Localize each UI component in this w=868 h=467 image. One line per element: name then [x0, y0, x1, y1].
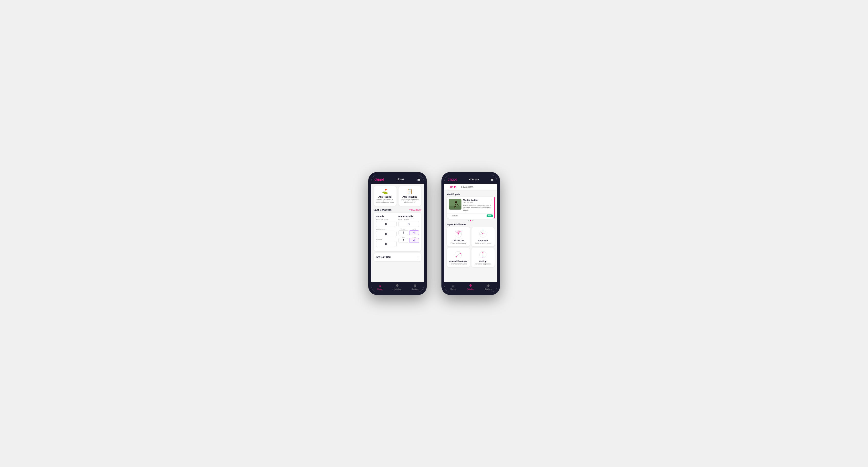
phone-practice: clippd Practice ☰ Drills Favourites Most…	[441, 172, 500, 295]
drill-title: Wedge Ladder	[463, 199, 478, 201]
add-round-desc: Record your shots in fast or enhanced mo…	[376, 198, 395, 204]
practice-screen-content: Most Popular	[444, 191, 497, 282]
dot-1	[468, 220, 469, 221]
nav-home-2[interactable]: ⌂ Home	[444, 283, 462, 290]
drill-card[interactable]: Wedge Ladder 50–100 yds ☆ Play 1 shot at…	[447, 197, 495, 219]
skill-card-off-the-tee[interactable]: Off The Tee Power and accuracy	[447, 227, 470, 246]
skill-card-approach[interactable]: Approach Dial-in to hit the green	[471, 227, 495, 246]
app-badge: APP	[487, 215, 492, 217]
drill-image	[449, 199, 461, 210]
around-the-green-icon	[453, 250, 464, 259]
putt-label: PUTT	[409, 237, 419, 238]
home-nav-icon-2: ⌂	[452, 283, 454, 287]
activities-nav-label-2: Activities	[467, 288, 475, 290]
svg-point-2	[455, 201, 457, 203]
svg-line-10	[457, 230, 458, 234]
home-screen-content: ⛳ Add Round Record your shots in fast or…	[371, 184, 424, 282]
skill-card-around-the-green[interactable]: Around The Green Hone your short game	[447, 248, 470, 267]
nav-activities-2[interactable]: ⚙ Activities	[462, 283, 479, 290]
add-round-card[interactable]: ⛳ Add Round Record your shots in fast or…	[374, 186, 397, 206]
app-stat: APP 4	[409, 229, 419, 235]
home-title: Home	[397, 178, 405, 181]
add-practice-title: Add Practice	[402, 195, 417, 198]
app-label: APP	[409, 229, 419, 230]
putt-stat: PUTT 4	[409, 237, 419, 243]
chevron-right-icon: ›	[417, 255, 418, 259]
capture-nav-label-2: Capture	[485, 288, 492, 290]
rounds-column: Rounds Rounds Capture 0 Tournament 0 Pra…	[376, 215, 397, 249]
view-activity-link[interactable]: View Activity	[409, 209, 422, 211]
off-the-tee-name: Off The Tee	[453, 239, 464, 242]
add-practice-desc: Capture your practice off-the-course	[400, 198, 420, 204]
nav-capture[interactable]: ⊕ Capture	[406, 283, 424, 290]
tournament-label: Tournament	[376, 229, 397, 230]
skill-card-putting[interactable]: Putting Make and lag practice	[471, 248, 495, 267]
nav-home[interactable]: ⌂ Home	[371, 283, 389, 290]
capture-nav-icon-2: ⊕	[487, 283, 490, 287]
golf-bag-label: My Golf Bag	[376, 256, 391, 258]
app-logo: clippd	[375, 177, 384, 181]
putt-value: 4	[409, 238, 419, 243]
app-logo-2: clippd	[448, 177, 457, 181]
arg-stat: ARG 0	[399, 237, 408, 243]
menu-icon-2[interactable]: ☰	[491, 177, 494, 181]
arg-label: ARG	[399, 237, 408, 238]
bottom-nav-practice: ⌂ Home ⚙ Activities ⊕ Capture	[444, 282, 497, 292]
action-cards-row: ⛳ Add Round Record your shots in fast or…	[374, 186, 422, 206]
rounds-capture-value: 0	[376, 221, 397, 227]
svg-line-12	[458, 230, 460, 234]
practice-value: 0	[376, 241, 397, 247]
golf-bag-row[interactable]: My Golf Bag ›	[374, 253, 422, 261]
svg-point-16	[481, 232, 482, 233]
drills-column: Practice Drills Drills Capture 8 OTT 0 A…	[399, 215, 419, 249]
app-header-practice: clippd Practice ☰	[444, 175, 497, 184]
off-the-tee-icon	[453, 229, 464, 238]
drill-title-row: Wedge Ladder 50–100 yds ☆	[463, 199, 493, 204]
tab-drills[interactable]: Drills	[448, 184, 459, 190]
tab-favourites[interactable]: Favourites	[459, 184, 476, 190]
phone-home: clippd Home ☰ ⛳ Add Round Record your sh…	[368, 172, 427, 295]
drills-capture-value: 8	[399, 221, 419, 227]
svg-rect-1	[449, 206, 461, 210]
mini-stats-row2: ARG 0 PUTT 4	[399, 237, 419, 243]
home-nav-label-2: Home	[451, 288, 456, 290]
practice-label: Practice	[376, 239, 397, 240]
drills-capture-label: Drills Capture	[399, 219, 419, 220]
arg-value: 0	[399, 238, 408, 243]
svg-line-13	[458, 231, 461, 234]
bottom-nav-home: ⌂ Home ⚙ Activities ⊕ Capture	[371, 282, 424, 292]
nav-capture-2[interactable]: ⊕ Capture	[479, 283, 497, 290]
drill-desc: Play 1 shot at each target yardage. If y…	[463, 204, 493, 211]
svg-point-20	[481, 234, 482, 235]
approach-name: Approach	[478, 239, 488, 242]
around-the-green-name: Around The Green	[449, 260, 468, 262]
menu-icon[interactable]: ☰	[417, 177, 421, 181]
add-practice-icon: 📋	[407, 189, 413, 194]
ott-value: 0	[399, 230, 408, 235]
drill-info: Wedge Ladder 50–100 yds ☆ Play 1 shot at…	[463, 199, 493, 211]
practice-title: Practice	[468, 178, 479, 181]
add-round-title: Add Round	[378, 195, 392, 198]
putting-name: Putting	[479, 260, 486, 262]
stats-row: Rounds Rounds Capture 0 Tournament 0 Pra…	[376, 215, 419, 249]
star-icon[interactable]: ☆	[491, 199, 493, 201]
home-nav-icon: ⌂	[379, 283, 381, 287]
svg-point-14	[458, 234, 459, 235]
svg-point-21	[483, 233, 484, 234]
around-the-green-desc: Hone your short game	[450, 263, 467, 265]
dot-3	[472, 220, 473, 221]
add-practice-card[interactable]: 📋 Add Practice Capture your practice off…	[399, 186, 422, 206]
activities-nav-icon: ⚙	[396, 283, 399, 287]
drill-subtitle: 50–100 yds	[463, 201, 478, 204]
mini-stats-row1: OTT 0 APP 4	[399, 229, 419, 235]
approach-desc: Dial-in to hit the green	[475, 242, 491, 244]
dots-indicator	[447, 220, 495, 221]
explore-label: Explore skill areas	[447, 223, 495, 226]
shots-circle-icon	[449, 215, 451, 217]
svg-point-18	[485, 233, 485, 234]
stats-title: Last 3 Months	[374, 208, 392, 211]
ott-stat: OTT 0	[399, 229, 408, 235]
nav-activities[interactable]: ⚙ Activities	[389, 283, 406, 290]
rounds-capture-label: Rounds Capture	[376, 219, 397, 220]
off-the-tee-desc: Power and accuracy	[451, 242, 466, 244]
